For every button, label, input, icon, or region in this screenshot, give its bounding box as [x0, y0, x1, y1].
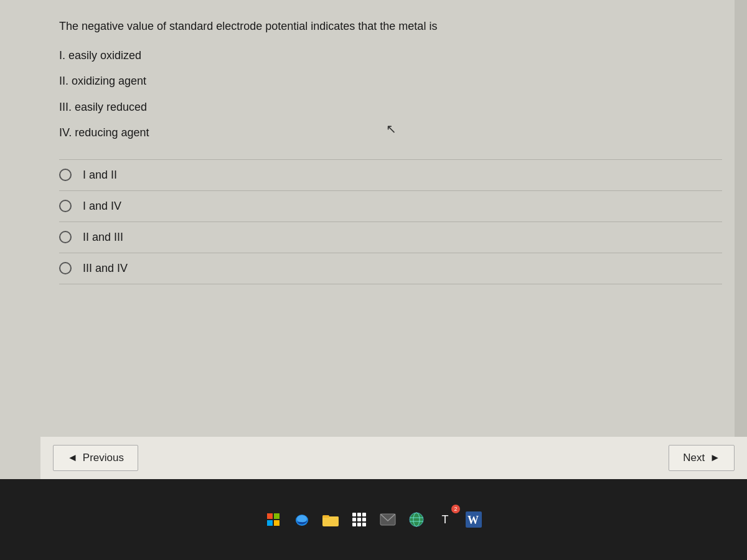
- statement-II: II. oxidizing agent: [59, 73, 722, 89]
- taskbar-start-icon[interactable]: [261, 507, 286, 532]
- previous-label: Previous: [83, 452, 124, 464]
- next-button[interactable]: Next ►: [669, 445, 735, 471]
- question-container: The negative value of standard electrode…: [40, 0, 747, 297]
- arrow-left-icon: ◄: [67, 452, 78, 464]
- statement-I: I. easily oxidized: [59, 48, 722, 63]
- options-section: I and II I and IV II and III III and IV: [59, 159, 722, 284]
- option-III-and-IV[interactable]: III and IV: [59, 253, 722, 284]
- taskbar: T 2 W: [0, 479, 747, 560]
- arrow-right-icon: ►: [710, 452, 720, 464]
- t2-badge: 2: [451, 505, 460, 513]
- svg-point-6: [410, 513, 423, 526]
- svg-point-1: [297, 515, 307, 523]
- taskbar-word-icon[interactable]: W: [461, 507, 486, 532]
- previous-button[interactable]: ◄ Previous: [53, 445, 138, 471]
- taskbar-edge-icon[interactable]: [289, 507, 314, 532]
- taskbar-search-icon[interactable]: [404, 507, 429, 532]
- radio-III-and-IV[interactable]: [59, 262, 72, 274]
- statement-IV: IV. reducing agent: [59, 125, 722, 141]
- radio-I-and-II[interactable]: [59, 169, 72, 181]
- statement-list: I. easily oxidized II. oxidizing agent I…: [59, 48, 722, 141]
- left-sidebar: [0, 0, 40, 479]
- option-label-I-and-II: I and II: [83, 169, 117, 182]
- main-content: The negative value of standard electrode…: [40, 0, 747, 479]
- question-text: The negative value of standard electrode…: [59, 19, 722, 34]
- radio-II-and-III[interactable]: [59, 231, 72, 243]
- option-I-and-IV[interactable]: I and IV: [59, 191, 722, 222]
- taskbar-mail-icon[interactable]: [375, 507, 400, 532]
- t2-label: T: [442, 513, 449, 526]
- next-label: Next: [683, 452, 705, 464]
- statement-III: III. easily reduced: [59, 100, 722, 115]
- svg-rect-3: [322, 516, 339, 525]
- option-I-and-II[interactable]: I and II: [59, 159, 722, 191]
- taskbar-t2-icon[interactable]: T 2: [433, 507, 458, 532]
- grid-dots-icon: [352, 513, 366, 526]
- nav-bar: ◄ Previous Next ►: [40, 437, 747, 479]
- taskbar-apps-icon[interactable]: [347, 507, 372, 532]
- option-label-I-and-IV: I and IV: [83, 200, 121, 213]
- option-label-II-and-III: II and III: [83, 231, 123, 244]
- taskbar-folder-icon[interactable]: [318, 507, 343, 532]
- option-II-and-III[interactable]: II and III: [59, 222, 722, 253]
- svg-rect-4: [322, 515, 329, 518]
- right-edge: [735, 0, 747, 479]
- windows-icon: [267, 513, 280, 526]
- svg-text:W: W: [467, 514, 479, 526]
- option-label-III-and-IV: III and IV: [83, 262, 128, 275]
- radio-I-and-IV[interactable]: [59, 200, 72, 212]
